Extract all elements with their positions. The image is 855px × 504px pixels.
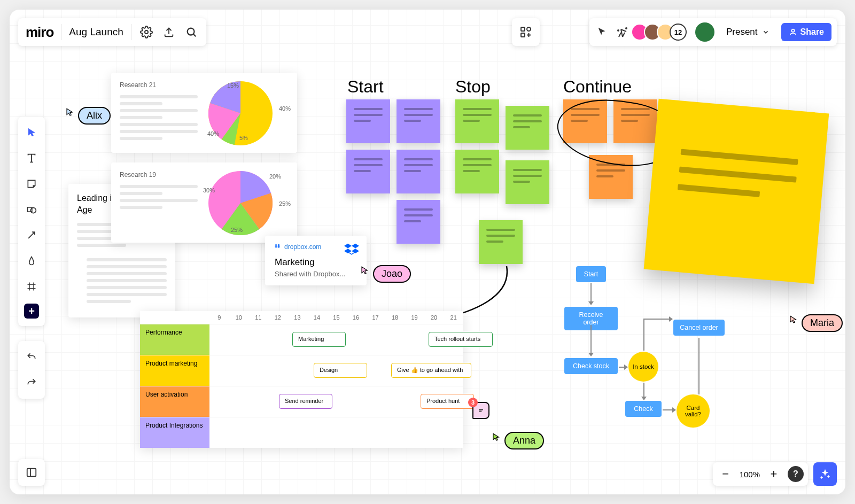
- gantt-chart[interactable]: 9101112131415161718192021 PerformanceMar…: [140, 311, 463, 448]
- pct: 30%: [203, 187, 215, 193]
- sticky-note[interactable]: [563, 99, 607, 143]
- shape-tool[interactable]: [18, 197, 45, 222]
- board-title[interactable]: Aug Launch: [69, 26, 123, 38]
- sticky-note[interactable]: [346, 99, 390, 143]
- retro-heading-stop: Stop: [455, 77, 491, 97]
- pct: 40%: [279, 105, 291, 112]
- reactions-icon[interactable]: [615, 25, 630, 40]
- undo-button[interactable]: [18, 344, 45, 370]
- ai-button[interactable]: [813, 462, 837, 486]
- person-icon: [789, 28, 797, 36]
- gantt-day: 19: [405, 314, 424, 321]
- cursor-anna: Anna: [492, 424, 544, 449]
- dropbox-card[interactable]: dropbox.com Marketing Shared with Dropbo…: [265, 236, 367, 285]
- gantt-row-label: Product marketing: [140, 355, 209, 386]
- present-label: Present: [726, 27, 758, 37]
- gantt-day: 13: [287, 314, 307, 321]
- zoom-box: − 100% + ?: [713, 462, 808, 486]
- gantt-bar[interactable]: Send reminder: [279, 394, 332, 409]
- svg-point-1: [187, 28, 194, 35]
- select-tool[interactable]: [18, 120, 45, 145]
- sticky-note[interactable]: [589, 155, 633, 199]
- svg-point-7: [791, 29, 794, 32]
- divider: [61, 24, 61, 40]
- history-controls: [18, 341, 45, 399]
- sticky-tool[interactable]: [18, 171, 45, 197]
- gantt-bar[interactable]: Product hunt: [421, 394, 474, 409]
- gantt-row[interactable]: PerformanceMarketingTech rollout starts: [140, 324, 463, 355]
- pct: 25%: [279, 200, 291, 207]
- fc-cancel[interactable]: Cancel order: [673, 320, 725, 336]
- gantt-day: 12: [268, 314, 288, 321]
- sticky-note[interactable]: [479, 220, 523, 264]
- zoom-out-button[interactable]: −: [717, 466, 734, 483]
- sticky-note[interactable]: [455, 99, 499, 143]
- svg-rect-4: [521, 33, 525, 37]
- chart-card-research19[interactable]: Research 19 20% 25% 25% 30%: [111, 162, 297, 243]
- add-tool[interactable]: +: [24, 304, 39, 319]
- sticky-note[interactable]: [506, 106, 549, 150]
- header-left: miro Aug Launch: [18, 18, 206, 46]
- gantt-bar[interactable]: Marketing: [292, 332, 346, 347]
- gantt-row-label: User activation: [140, 386, 209, 417]
- sticky-note[interactable]: [397, 150, 440, 193]
- chart-title: Research 19: [120, 171, 198, 179]
- fc-check-stock[interactable]: Check stock: [564, 358, 618, 374]
- chart-card-research21[interactable]: Research 21 15% 40% 5% 40%: [111, 73, 297, 153]
- retro-heading-continue: Continue: [563, 77, 632, 97]
- cursor-maria: Maria: [789, 307, 843, 332]
- sticky-note[interactable]: [506, 160, 549, 204]
- gantt-row[interactable]: Product Integrations: [140, 417, 463, 448]
- gantt-day: 14: [307, 314, 327, 321]
- gantt-bar[interactable]: Design: [314, 363, 367, 378]
- sticky-note-large[interactable]: [644, 99, 829, 284]
- fc-check[interactable]: Check: [625, 401, 662, 417]
- arrow-tool[interactable]: [18, 222, 45, 248]
- divider: [131, 24, 131, 40]
- zoom-value[interactable]: 100%: [736, 470, 763, 479]
- gantt-row[interactable]: User activationSend reminderProduct hunt: [140, 386, 463, 417]
- sticky-note[interactable]: [455, 150, 499, 193]
- search-icon[interactable]: [184, 25, 199, 40]
- fc-in-stock[interactable]: In stock: [628, 352, 658, 382]
- miro-canvas[interactable]: miro Aug Launch 12 Pres: [10, 10, 845, 494]
- me-avatar[interactable]: [695, 22, 714, 42]
- present-button[interactable]: Present: [720, 27, 776, 37]
- gantt-day: 9: [209, 314, 229, 321]
- pct: 20%: [269, 173, 281, 180]
- comment-bubble[interactable]: 3: [472, 402, 489, 419]
- miro-logo[interactable]: miro: [26, 24, 53, 41]
- svg-point-6: [618, 30, 619, 31]
- settings-icon[interactable]: [139, 25, 154, 40]
- fc-start[interactable]: Start: [576, 266, 606, 282]
- gantt-bar[interactable]: Tech rollout starts: [429, 332, 493, 347]
- gantt-row[interactable]: Product marketingDesignGive 👍 to go ahea…: [140, 355, 463, 386]
- gantt-day: 17: [366, 314, 385, 321]
- redo-button[interactable]: [18, 370, 45, 396]
- gantt-day: 10: [229, 314, 249, 321]
- text-tool[interactable]: [18, 145, 45, 171]
- share-button[interactable]: Share: [781, 23, 831, 41]
- fc-card-valid[interactable]: Card valid?: [677, 394, 710, 428]
- zoom-in-button[interactable]: +: [765, 466, 782, 483]
- svg-rect-2: [521, 27, 525, 31]
- frame-tool[interactable]: [18, 274, 45, 299]
- help-button[interactable]: ?: [788, 466, 804, 482]
- toolbar: +: [18, 117, 45, 326]
- sticky-note[interactable]: [346, 150, 390, 193]
- export-icon[interactable]: [161, 25, 176, 40]
- apps-button[interactable]: [512, 18, 540, 46]
- pen-tool[interactable]: [18, 248, 45, 274]
- gantt-day: 16: [346, 314, 366, 321]
- svg-rect-8: [28, 207, 32, 212]
- cursor-follow-icon[interactable]: [595, 25, 610, 40]
- participant-avatars[interactable]: 12: [635, 24, 687, 41]
- gantt-bar[interactable]: Give 👍 to go ahead with: [391, 363, 471, 378]
- sticky-note[interactable]: [397, 200, 440, 244]
- gantt-row-label: Product Integrations: [140, 417, 209, 448]
- sticky-note[interactable]: [397, 99, 440, 143]
- panel-toggle[interactable]: [18, 459, 45, 486]
- cursor-alix: Alix: [65, 99, 111, 125]
- sticky-note[interactable]: [613, 99, 657, 143]
- avatar-overflow[interactable]: 12: [670, 24, 687, 41]
